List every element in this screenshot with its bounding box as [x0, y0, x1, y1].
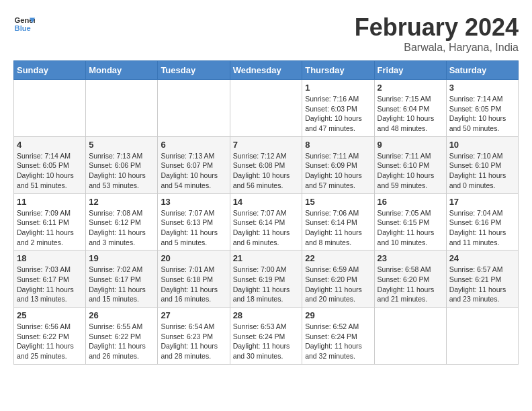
day-info: Sunrise: 7:11 AMSunset: 6:10 PMDaylight:… [378, 151, 443, 191]
calendar-cell: 18Sunrise: 7:03 AMSunset: 6:17 PMDayligh… [14, 250, 86, 308]
day-info: Sunrise: 7:08 AMSunset: 6:12 PMDaylight:… [89, 208, 154, 248]
day-number: 6 [161, 140, 226, 150]
calendar-cell: 24Sunrise: 6:57 AMSunset: 6:21 PMDayligh… [446, 250, 518, 308]
calendar-cell: 11Sunrise: 7:09 AMSunset: 6:11 PMDayligh… [14, 193, 86, 250]
calendar-cell: 26Sunrise: 6:55 AMSunset: 6:22 PMDayligh… [86, 308, 158, 365]
calendar-cell: 23Sunrise: 6:58 AMSunset: 6:20 PMDayligh… [374, 250, 446, 308]
calendar-cell [374, 308, 446, 365]
calendar-week-row: 11Sunrise: 7:09 AMSunset: 6:11 PMDayligh… [14, 193, 519, 250]
calendar-cell: 28Sunrise: 6:53 AMSunset: 6:24 PMDayligh… [230, 308, 302, 365]
calendar-cell: 7Sunrise: 7:12 AMSunset: 6:08 PMDaylight… [230, 136, 302, 193]
calendar-cell: 5Sunrise: 7:13 AMSunset: 6:06 PMDaylight… [86, 136, 158, 193]
day-number: 24 [449, 253, 515, 263]
calendar-cell [86, 80, 158, 137]
day-number: 2 [378, 83, 443, 93]
calendar-cell: 20Sunrise: 7:01 AMSunset: 6:18 PMDayligh… [158, 250, 230, 308]
calendar-day-header: Monday [86, 61, 158, 80]
day-info: Sunrise: 6:59 AMSunset: 6:20 PMDaylight:… [305, 265, 371, 304]
title-block: February 2024 Barwala, Haryana, India [355, 13, 519, 54]
calendar-week-row: 18Sunrise: 7:03 AMSunset: 6:17 PMDayligh… [14, 250, 519, 308]
day-number: 5 [89, 140, 154, 150]
calendar-cell: 12Sunrise: 7:08 AMSunset: 6:12 PMDayligh… [86, 193, 158, 250]
day-number: 17 [449, 197, 515, 207]
day-info: Sunrise: 6:57 AMSunset: 6:21 PMDaylight:… [449, 265, 515, 304]
day-info: Sunrise: 7:09 AMSunset: 6:11 PMDaylight:… [17, 208, 83, 248]
day-number: 22 [305, 253, 371, 263]
day-number: 20 [161, 253, 226, 263]
calendar-cell: 6Sunrise: 7:13 AMSunset: 6:07 PMDaylight… [158, 136, 230, 193]
calendar-day-header: Saturday [446, 61, 518, 80]
day-info: Sunrise: 7:14 AMSunset: 6:05 PMDaylight:… [449, 94, 515, 134]
calendar-cell: 19Sunrise: 7:02 AMSunset: 6:17 PMDayligh… [86, 250, 158, 308]
calendar-subtitle: Barwala, Haryana, India [355, 42, 519, 54]
day-info: Sunrise: 7:10 AMSunset: 6:10 PMDaylight:… [449, 151, 515, 191]
calendar-cell: 14Sunrise: 7:07 AMSunset: 6:14 PMDayligh… [230, 193, 302, 250]
calendar-day-header: Sunday [14, 61, 86, 80]
day-number: 27 [161, 310, 226, 320]
day-number: 12 [89, 197, 154, 207]
calendar-cell: 10Sunrise: 7:10 AMSunset: 6:10 PMDayligh… [446, 136, 518, 193]
day-number: 21 [233, 253, 300, 263]
day-info: Sunrise: 7:14 AMSunset: 6:05 PMDaylight:… [17, 151, 83, 191]
day-info: Sunrise: 7:13 AMSunset: 6:07 PMDaylight:… [161, 151, 226, 191]
day-info: Sunrise: 7:02 AMSunset: 6:17 PMDaylight:… [89, 265, 154, 304]
day-number: 25 [17, 310, 83, 320]
calendar-cell [230, 80, 302, 137]
day-info: Sunrise: 7:06 AMSunset: 6:14 PMDaylight:… [305, 208, 371, 248]
day-info: Sunrise: 6:53 AMSunset: 6:24 PMDaylight:… [233, 322, 300, 361]
calendar-cell: 22Sunrise: 6:59 AMSunset: 6:20 PMDayligh… [302, 250, 374, 308]
logo: General Blue [13, 13, 35, 35]
calendar-cell: 29Sunrise: 6:52 AMSunset: 6:24 PMDayligh… [302, 308, 374, 365]
calendar-cell: 8Sunrise: 7:11 AMSunset: 6:09 PMDaylight… [302, 136, 374, 193]
day-number: 23 [378, 253, 443, 263]
calendar-cell: 4Sunrise: 7:14 AMSunset: 6:05 PMDaylight… [14, 136, 86, 193]
calendar-cell: 3Sunrise: 7:14 AMSunset: 6:05 PMDaylight… [446, 80, 518, 137]
calendar-day-header: Tuesday [158, 61, 230, 80]
day-info: Sunrise: 7:04 AMSunset: 6:16 PMDaylight:… [449, 208, 515, 248]
day-info: Sunrise: 6:54 AMSunset: 6:23 PMDaylight:… [161, 322, 226, 361]
day-number: 15 [305, 197, 371, 207]
calendar-cell: 13Sunrise: 7:07 AMSunset: 6:13 PMDayligh… [158, 193, 230, 250]
day-number: 10 [449, 140, 515, 150]
day-info: Sunrise: 6:56 AMSunset: 6:22 PMDaylight:… [17, 322, 83, 361]
calendar-cell: 27Sunrise: 6:54 AMSunset: 6:23 PMDayligh… [158, 308, 230, 365]
day-info: Sunrise: 7:07 AMSunset: 6:14 PMDaylight:… [233, 208, 300, 248]
calendar-cell: 21Sunrise: 7:00 AMSunset: 6:19 PMDayligh… [230, 250, 302, 308]
day-info: Sunrise: 7:00 AMSunset: 6:19 PMDaylight:… [233, 265, 300, 304]
day-info: Sunrise: 6:58 AMSunset: 6:20 PMDaylight:… [378, 265, 443, 304]
day-number: 13 [161, 197, 226, 207]
calendar-cell: 25Sunrise: 6:56 AMSunset: 6:22 PMDayligh… [14, 308, 86, 365]
calendar-cell: 15Sunrise: 7:06 AMSunset: 6:14 PMDayligh… [302, 193, 374, 250]
day-number: 3 [449, 83, 515, 93]
day-info: Sunrise: 7:03 AMSunset: 6:17 PMDaylight:… [17, 265, 83, 304]
day-info: Sunrise: 7:01 AMSunset: 6:18 PMDaylight:… [161, 265, 226, 304]
calendar-title: February 2024 [355, 13, 519, 42]
day-number: 26 [89, 310, 154, 320]
calendar-cell: 1Sunrise: 7:16 AMSunset: 6:03 PMDaylight… [302, 80, 374, 137]
day-number: 9 [378, 140, 443, 150]
calendar-cell: 16Sunrise: 7:05 AMSunset: 6:15 PMDayligh… [374, 193, 446, 250]
calendar-cell: 2Sunrise: 7:15 AMSunset: 6:04 PMDaylight… [374, 80, 446, 137]
calendar-cell [14, 80, 86, 137]
calendar-day-header: Thursday [302, 61, 374, 80]
day-number: 7 [233, 140, 300, 150]
day-info: Sunrise: 7:15 AMSunset: 6:04 PMDaylight:… [378, 94, 443, 134]
calendar-table: SundayMondayTuesdayWednesdayThursdayFrid… [13, 60, 519, 365]
day-number: 18 [17, 253, 83, 263]
day-info: Sunrise: 7:05 AMSunset: 6:15 PMDaylight:… [378, 208, 443, 248]
day-info: Sunrise: 7:13 AMSunset: 6:06 PMDaylight:… [89, 151, 154, 191]
day-number: 28 [233, 310, 300, 320]
calendar-header-row: SundayMondayTuesdayWednesdayThursdayFrid… [14, 61, 519, 80]
day-number: 4 [17, 140, 83, 150]
day-number: 19 [89, 253, 154, 263]
calendar-cell [158, 80, 230, 137]
svg-text:Blue: Blue [15, 24, 31, 32]
logo-icon: General Blue [13, 13, 35, 35]
day-number: 1 [305, 83, 371, 93]
calendar-day-header: Friday [374, 61, 446, 80]
day-number: 29 [305, 310, 371, 320]
day-info: Sunrise: 6:52 AMSunset: 6:24 PMDaylight:… [305, 322, 371, 361]
calendar-cell: 17Sunrise: 7:04 AMSunset: 6:16 PMDayligh… [446, 193, 518, 250]
calendar-cell: 9Sunrise: 7:11 AMSunset: 6:10 PMDaylight… [374, 136, 446, 193]
calendar-week-row: 25Sunrise: 6:56 AMSunset: 6:22 PMDayligh… [14, 308, 519, 365]
